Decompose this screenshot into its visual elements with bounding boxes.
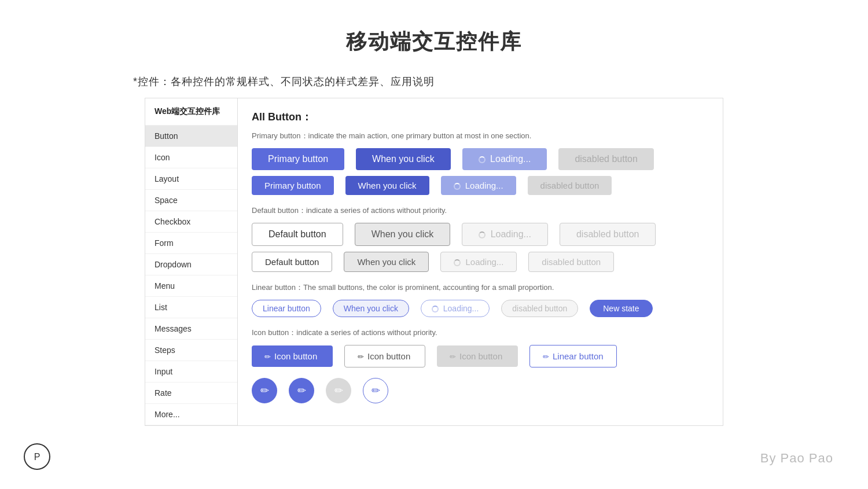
circle-button-outline[interactable]: ✏ <box>363 378 388 403</box>
primary-button-medium[interactable]: Primary button <box>252 176 334 195</box>
primary-button-disabled-large: disabled button <box>558 148 654 170</box>
sidebar-item-messages[interactable]: Messages <box>145 318 237 340</box>
circle-button-row: ✏ ✏ ✏ ✏ <box>252 378 709 403</box>
circle-button-primary[interactable]: ✏ <box>252 378 277 403</box>
default-button-active-large[interactable]: When you click <box>355 223 451 246</box>
primary-desc: Primary button：indicate the main action,… <box>252 131 709 141</box>
plus-default-icon: ✏ <box>297 384 306 397</box>
default-button-row-medium: Default button When you click Loading...… <box>252 252 709 272</box>
default-button-section: Default button：indicate a series of acti… <box>252 205 709 272</box>
primary-button-active-medium[interactable]: When you click <box>345 176 429 195</box>
icon-button-primary[interactable]: Icon button <box>252 345 333 367</box>
main-container: Web端交互控件库 Button Icon Layout Space Check… <box>145 98 723 426</box>
loading-spinner-default-md-icon <box>454 259 461 266</box>
footer-logo: P <box>23 443 51 470</box>
pencil-linear-icon <box>543 351 549 361</box>
linear-desc: Linear button：The small buttons, the col… <box>252 282 709 293</box>
icon-button-linear[interactable]: Linear button <box>529 345 617 367</box>
plus-outline-icon: ✏ <box>372 384 380 397</box>
primary-button-disabled-medium: disabled button <box>528 176 612 195</box>
linear-button-loading: Loading... <box>421 300 490 317</box>
content-title: All Button： <box>252 110 709 124</box>
icon-button-default[interactable]: Icon button <box>344 345 425 367</box>
icon-button-row: Icon button Icon button Icon button Line… <box>252 345 709 367</box>
primary-button-row-large: Primary button When you click Loading...… <box>252 148 709 170</box>
sidebar-item-dropdown[interactable]: Dropdown <box>145 254 237 275</box>
sidebar: Web端交互控件库 Button Icon Layout Space Check… <box>145 98 238 425</box>
linear-button-active[interactable]: When you click <box>333 300 409 317</box>
icon-desc: Icon button：indicate a series of actions… <box>252 328 709 338</box>
pencil-disabled-icon <box>450 351 456 361</box>
primary-button-large[interactable]: Primary button <box>252 148 344 170</box>
icon-button-disabled: Icon button <box>437 345 518 367</box>
section-subtitle: *控件：各种控件的常规样式、不同状态的样式差异、应用说明 <box>133 75 868 89</box>
plus-icon: ✏ <box>260 384 269 397</box>
primary-button-section: Primary button：indicate the main action,… <box>252 131 709 195</box>
sidebar-item-icon[interactable]: Icon <box>145 147 237 168</box>
linear-button-row: Linear button When you click Loading... … <box>252 300 709 317</box>
sidebar-item-form[interactable]: Form <box>145 233 237 254</box>
footer-brand: By Pao Pao <box>760 451 833 466</box>
primary-button-loading-large: Loading... <box>462 148 547 170</box>
linear-button-new-state[interactable]: New state <box>590 300 652 317</box>
sidebar-item-more[interactable]: More... <box>145 404 237 425</box>
sidebar-item-rate[interactable]: Rate <box>145 383 237 404</box>
default-button-row-large: Default button When you click Loading...… <box>252 223 709 246</box>
default-button-large[interactable]: Default button <box>252 223 343 246</box>
sidebar-item-checkbox[interactable]: Checkbox <box>145 211 237 233</box>
circle-button-disabled: ✏ <box>326 378 351 403</box>
linear-button-section: Linear button：The small buttons, the col… <box>252 282 709 317</box>
svg-text:P: P <box>34 452 41 462</box>
sidebar-item-space[interactable]: Space <box>145 190 237 211</box>
logo-svg: P <box>23 443 51 470</box>
loading-spinner-icon <box>479 156 486 163</box>
default-button-medium[interactable]: Default button <box>252 252 332 272</box>
default-button-loading-medium: Loading... <box>440 252 517 272</box>
linear-button[interactable]: Linear button <box>252 300 321 317</box>
sidebar-item-layout[interactable]: Layout <box>145 168 237 190</box>
icon-button-section: Icon button：indicate a series of actions… <box>252 328 709 367</box>
primary-button-active-large[interactable]: When you click <box>356 148 451 170</box>
circle-button-default[interactable]: ✏ <box>289 378 314 403</box>
sidebar-title: Web端交互控件库 <box>145 98 237 126</box>
sidebar-item-button[interactable]: Button <box>145 126 237 147</box>
plus-disabled-icon: ✏ <box>334 384 343 397</box>
loading-spinner-default-icon <box>479 231 486 238</box>
content-area: All Button： Primary button：indicate the … <box>238 98 723 425</box>
linear-button-disabled: disabled button <box>501 300 578 317</box>
default-button-disabled-large: disabled button <box>560 223 656 246</box>
sidebar-item-input[interactable]: Input <box>145 361 237 383</box>
page-title: 移动端交互控件库 <box>0 0 868 75</box>
default-button-loading-large: Loading... <box>462 223 548 246</box>
default-desc: Default button：indicate a series of acti… <box>252 205 709 216</box>
default-button-active-medium[interactable]: When you click <box>344 252 429 272</box>
sidebar-item-list[interactable]: List <box>145 297 237 318</box>
pencil-icon <box>264 351 271 361</box>
loading-spinner-linear-icon <box>432 306 439 312</box>
sidebar-item-steps[interactable]: Steps <box>145 340 237 361</box>
primary-button-loading-medium: Loading... <box>441 176 516 195</box>
sidebar-item-menu[interactable]: Menu <box>145 275 237 297</box>
pencil-default-icon <box>358 351 364 361</box>
default-button-disabled-medium: disabled button <box>528 252 614 272</box>
loading-spinner-md-icon <box>454 183 461 190</box>
primary-button-row-medium: Primary button When you click Loading...… <box>252 176 709 195</box>
